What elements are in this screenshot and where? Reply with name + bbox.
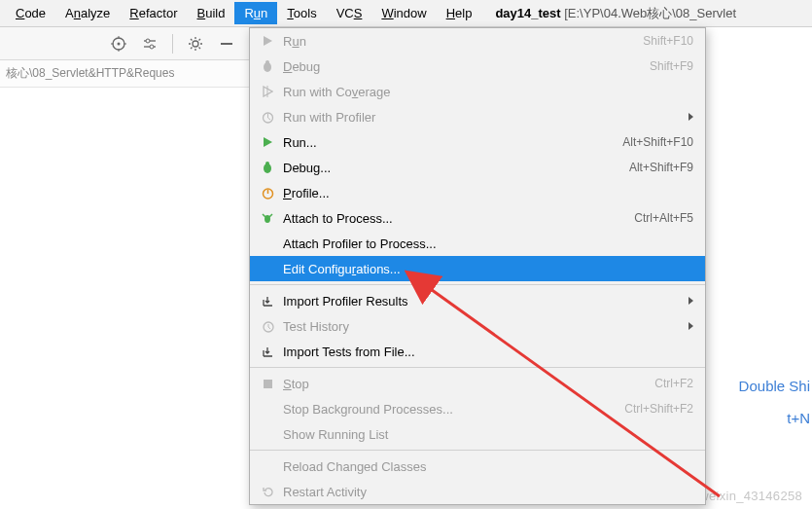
svg-line-16	[267, 118, 270, 120]
bug-green-icon	[258, 160, 277, 175]
svg-rect-23	[264, 380, 272, 388]
import-icon	[258, 293, 277, 309]
menu-vcs[interactable]: VCS	[327, 2, 372, 24]
history-icon	[258, 318, 277, 334]
target-icon[interactable]	[106, 32, 131, 55]
chevron-right-icon	[688, 322, 693, 330]
project-title: day14_test [E:\YP\04.Web核心\08_Servlet	[495, 5, 736, 22]
svg-point-8	[146, 39, 150, 43]
svg-point-10	[193, 41, 198, 47]
breadcrumb: 核心\08_Servlet&HTTP&Reques	[0, 60, 249, 88]
menu-show-running[interactable]: Show Running List	[250, 421, 705, 447]
import-icon	[258, 344, 277, 359]
play-icon	[258, 33, 277, 49]
svg-rect-11	[221, 43, 232, 45]
menu-refactor[interactable]: Refactor	[120, 2, 187, 24]
menu-run-config[interactable]: Run... Alt+Shift+F10	[250, 129, 705, 155]
menu-stop[interactable]: Stop Ctrl+F2	[250, 371, 705, 396]
menu-run[interactable]: Run	[234, 2, 277, 24]
stop-icon	[258, 376, 277, 391]
menu-run-last[interactable]: Run Shift+F10	[250, 28, 705, 54]
restart-icon	[258, 484, 277, 499]
bug-icon	[258, 58, 277, 74]
menu-separator	[250, 284, 705, 285]
menu-debug-last[interactable]: Debug Shift+F9	[250, 54, 705, 79]
menu-attach-process[interactable]: Attach to Process... Ctrl+Alt+F5	[250, 205, 705, 231]
gear-icon[interactable]	[183, 32, 208, 55]
menu-import-profiler-results[interactable]: Import Profiler Results	[250, 288, 705, 313]
menubar: Code Analyze Refactor Build Run Tools VC…	[0, 0, 812, 27]
menu-edit-configurations[interactable]: Edit Configurations...	[250, 256, 705, 281]
attach-icon	[258, 210, 277, 226]
svg-point-9	[150, 45, 154, 49]
menu-restart-activity[interactable]: Restart Activity	[250, 479, 705, 504]
collapse-icon[interactable]	[214, 32, 239, 55]
coverage-icon	[258, 84, 277, 99]
hint-double-shift: Double Shi	[739, 370, 810, 402]
menu-run-profiler[interactable]: Run with Profiler	[250, 104, 705, 129]
menu-run-coverage[interactable]: Run with Coverage	[250, 79, 705, 104]
run-menu-dropdown: Run Shift+F10 Debug Shift+F9 Run with Co…	[249, 27, 706, 505]
chevron-right-icon	[688, 297, 693, 305]
hint-shortcut: t+N	[739, 402, 810, 434]
profiler-icon	[258, 109, 277, 125]
svg-point-18	[265, 162, 269, 165]
menu-build[interactable]: Build	[188, 2, 235, 24]
menu-analyze[interactable]: Analyze	[55, 2, 120, 24]
menu-stop-bg[interactable]: Stop Background Processes... Ctrl+Shift+…	[250, 396, 705, 421]
chevron-right-icon	[688, 113, 693, 121]
breadcrumb-text: 核心\08_Servlet&HTTP&Reques	[6, 65, 174, 82]
menu-code[interactable]: Code	[6, 2, 55, 24]
menu-help[interactable]: Help	[437, 2, 482, 24]
svg-point-1	[118, 42, 121, 45]
menu-test-history[interactable]: Test History	[250, 313, 705, 339]
play-green-icon	[258, 134, 277, 150]
menu-window[interactable]: Window	[371, 2, 436, 24]
menu-separator	[250, 450, 705, 451]
menu-profile[interactable]: Profile...	[250, 180, 705, 205]
toolbar	[0, 27, 249, 60]
toolbar-separator	[172, 34, 173, 54]
settings-toggle-icon[interactable]	[137, 32, 162, 55]
menu-tools[interactable]: Tools	[277, 2, 326, 24]
profile-icon	[258, 185, 277, 200]
menu-debug-config[interactable]: Debug... Alt+Shift+F9	[250, 155, 705, 180]
menu-attach-profiler[interactable]: Attach Profiler to Process...	[250, 231, 705, 256]
search-hints: Double Shi t+N	[739, 370, 812, 434]
svg-point-13	[265, 60, 269, 64]
menu-import-tests[interactable]: Import Tests from File...	[250, 339, 705, 364]
menu-separator	[250, 367, 705, 368]
menu-reload-classes[interactable]: Reload Changed Classes	[250, 454, 705, 479]
